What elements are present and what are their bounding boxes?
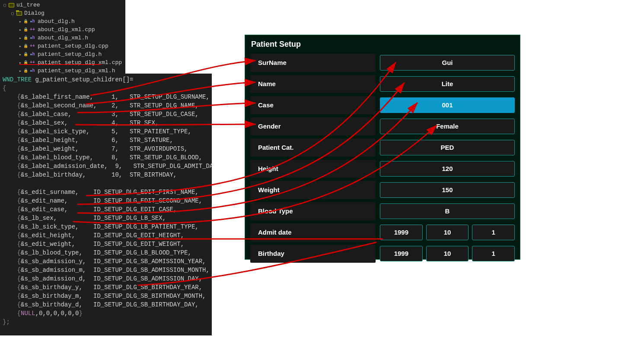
field-label: Admit date: [250, 223, 376, 242]
form-row: NameLite: [250, 74, 515, 94]
chevron-right-icon: ▸: [17, 52, 23, 57]
form-row: Patient Cat.PED: [250, 137, 515, 158]
tree-file-name: patient_setup_dlg.cpp: [38, 43, 108, 49]
file-icon: ++: [29, 43, 36, 49]
chevron-right-icon: ▸: [17, 68, 23, 74]
tree-file[interactable]: ▸🔒++about_dlg_xml.cpp: [0, 26, 125, 34]
field-label: Birthday: [250, 245, 376, 263]
form-row: Admit date1999101: [250, 222, 515, 243]
file-icon: h: [29, 52, 36, 58]
date-part[interactable]: 1999: [380, 225, 423, 240]
file-icon: h: [29, 35, 36, 41]
tree-file[interactable]: ▸🔒hpatient_setup_dlg.h: [0, 50, 125, 58]
tree-file[interactable]: ▸🔒++patient_setup_dlg.cpp: [0, 42, 125, 50]
field-label: Blood Type: [250, 202, 376, 220]
folder-icon: [16, 10, 22, 16]
file-tree[interactable]: ▢ ui_tree ▢ Dialog ▸🔒habout_dlg.h▸🔒++abo…: [0, 0, 125, 77]
date-part[interactable]: 10: [426, 225, 469, 240]
file-icon: ++: [29, 27, 36, 33]
form-row: SurNameGui: [250, 52, 515, 73]
field-value[interactable]: Gui: [380, 55, 515, 71]
dialog-title: Patient Setup: [245, 35, 520, 52]
field-value[interactable]: 120: [380, 161, 515, 177]
tree-file[interactable]: ▸🔒habout_dlg.h: [0, 17, 125, 26]
tree-folder[interactable]: ▢ Dialog: [0, 9, 125, 17]
code-text: WND_TREE g_patient_setup_children[]= { {…: [3, 75, 209, 326]
lock-icon: 🔒: [23, 52, 28, 57]
tree-file[interactable]: ▸🔒++patient_setup_dlg_xml.cpp: [0, 58, 125, 67]
field-label: Case: [250, 96, 376, 114]
chevron-right-icon: ▸: [17, 19, 23, 24]
date-part[interactable]: 1: [472, 225, 515, 240]
date-part[interactable]: 1: [472, 246, 515, 261]
form-row: Height120: [250, 158, 515, 179]
file-icon: h: [29, 19, 36, 25]
lock-icon: 🔒: [23, 44, 28, 48]
file-icon: h: [29, 68, 36, 74]
lock-icon: 🔒: [23, 27, 28, 32]
field-label: Weight: [250, 181, 376, 199]
field-label: Patient Cat.: [250, 139, 376, 157]
form-row: Blood TypeB: [250, 201, 515, 222]
field-label: SurName: [250, 54, 376, 72]
tree-file-name: patient_setup_dlg.h: [38, 51, 102, 58]
form-row: Birthday1999101: [250, 243, 515, 264]
tree-root-label: ui_tree: [16, 2, 40, 8]
field-label: Height: [250, 160, 376, 178]
lock-icon: 🔒: [23, 68, 28, 73]
form-row: Case001: [250, 95, 515, 116]
chevron-down-icon: ▢: [10, 11, 16, 16]
form-row: GenderFemale: [250, 116, 515, 137]
date-part[interactable]: 10: [426, 246, 469, 261]
annotation-underline: [19, 64, 101, 65]
chevron-right-icon: ▸: [17, 44, 23, 49]
patient-setup-dialog: Patient Setup SurNameGuiNameLiteCase001G…: [245, 35, 520, 260]
date-group: 1999101: [380, 246, 515, 261]
lock-icon: 🔒: [23, 19, 28, 24]
field-value[interactable]: PED: [380, 140, 515, 155]
lock-icon: 🔒: [23, 35, 28, 40]
field-value[interactable]: 001: [380, 97, 515, 113]
field-value[interactable]: B: [380, 203, 515, 219]
tree-file-name: about_dlg_xml.h: [38, 35, 88, 41]
field-value[interactable]: 150: [380, 182, 515, 198]
field-value[interactable]: Female: [380, 119, 515, 134]
tree-root[interactable]: ▢ ui_tree: [0, 1, 125, 9]
chevron-down-icon: ▢: [2, 3, 8, 8]
date-group: 1999101: [380, 225, 515, 240]
folder-icon: [8, 2, 15, 8]
tree-folder-label: Dialog: [24, 10, 45, 16]
code-editor[interactable]: WND_TREE g_patient_setup_children[]= { {…: [0, 74, 212, 335]
chevron-right-icon: ▸: [17, 27, 23, 32]
tree-file[interactable]: ▸🔒habout_dlg_xml.h: [0, 34, 125, 42]
field-label: Name: [250, 75, 376, 93]
date-part[interactable]: 1999: [380, 246, 423, 261]
tree-file-name: about_dlg_xml.cpp: [38, 26, 95, 33]
tree-file-name: patient_setup_dlg_xml.h: [38, 68, 115, 74]
chevron-right-icon: ▸: [17, 35, 23, 41]
form-row: Weight150: [250, 180, 515, 200]
tree-file-name: about_dlg.h: [38, 18, 75, 25]
field-label: Gender: [250, 117, 376, 135]
field-value[interactable]: Lite: [380, 76, 515, 92]
